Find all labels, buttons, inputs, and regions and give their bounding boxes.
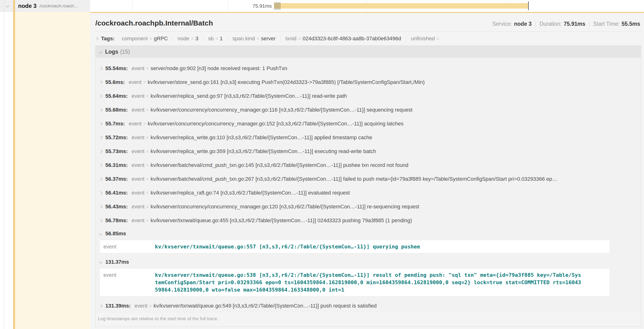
chevron-right-icon — [99, 122, 102, 126]
log-timestamp: 56.41ms: — [105, 190, 128, 196]
tag-equals: = — [257, 36, 260, 42]
gutter-divider — [4, 0, 4, 329]
log-row[interactable]: 55.54ms: event = server/node.go:902 [n3]… — [96, 62, 641, 75]
log-row[interactable]: 55.72ms: event = kv/kvserver/replica_wri… — [96, 131, 641, 144]
log-timestamp: 55.68ms: — [105, 107, 128, 113]
span-row-label[interactable]: node 3 /cockroach.roach… — [18, 0, 78, 12]
chevron-right-icon — [99, 205, 102, 208]
log-field-value: kv/kvserver/txnwait/queue.go:455 [n3,s3,… — [151, 218, 412, 224]
tag-key: sb — [208, 36, 214, 42]
logs-count: (15) — [120, 49, 130, 55]
logs-title: Logs — [105, 49, 118, 55]
log-row[interactable]: 55.68ms: event = kv/kvserver/concurrency… — [96, 103, 641, 117]
logs-section: Logs (15) 55.54ms: event = server/node.g… — [95, 46, 641, 327]
log-equals: = — [146, 190, 149, 196]
log-row[interactable]: 56.37ms: event = kv/kvserver/batcheval/c… — [96, 172, 641, 186]
log-marker-tick — [279, 2, 279, 10]
span-meta: Service: node 3 Duration: 75.91ms Start … — [492, 21, 640, 27]
tag-value: 3 — [196, 36, 198, 42]
logs-header[interactable]: Logs (15) — [96, 46, 641, 58]
log-equals: = — [143, 121, 146, 126]
tag-value: gRPC — [154, 36, 168, 42]
log-field-value: kv/kvserver/concurrency/concurrency_mana… — [151, 204, 419, 210]
log-field-value: kv/kvserver/txnwait/queue.go:549 [n3,s3,… — [154, 303, 376, 309]
start-time-value: 55.5ms — [622, 21, 640, 27]
log-equals: = — [146, 107, 149, 113]
span-service-name: node 3 — [18, 2, 36, 9]
tag-equals: = — [215, 36, 218, 42]
log-field-key: event — [134, 303, 147, 309]
log-marker-tick — [274, 2, 274, 10]
log-fields-table: event kv/kvserver/txnwait/queue.go:538 [… — [100, 268, 610, 296]
log-timestamp: 55.6ms: — [105, 79, 125, 85]
meta-separator — [536, 21, 536, 27]
log-equals: = — [146, 135, 149, 140]
log-timestamp: 55.7ms: — [105, 121, 125, 127]
log-row[interactable]: 131.39ms: event = kv/kvserver/txnwait/qu… — [96, 299, 641, 313]
selected-span-highlight-column — [15, 12, 90, 329]
log-field-key: event — [129, 121, 142, 127]
log-field-value: kv/kvserver/batcheval/cmd_push_txn.go:14… — [151, 162, 408, 168]
log-field-key: event — [132, 204, 144, 210]
chevron-down-icon — [99, 260, 102, 264]
log-field-key: event — [132, 107, 144, 113]
log-row[interactable]: 55.6ms: event = kv/kvserver/store_send.g… — [96, 75, 641, 89]
log-equals: = — [143, 80, 146, 85]
log-field-value: kv/kvserver/replica_raft.go:74 [n3,s3,r6… — [151, 190, 350, 196]
span-duration-bar[interactable] — [274, 3, 528, 8]
tag-key: span.kind — [232, 36, 255, 42]
tag-item: unfinished = — [406, 36, 446, 42]
log-field-value: kv/kvserver/txnwait/queue.go:538 [n3,s3,… — [155, 271, 584, 294]
log-field-key: event — [132, 190, 144, 196]
log-row-expanded-header[interactable]: 56.85ms — [96, 228, 641, 240]
log-field-key: event — [100, 243, 155, 250]
chevron-right-icon — [99, 67, 102, 70]
chevron-right-icon — [99, 108, 102, 112]
chevron-right-icon — [99, 191, 102, 194]
timeline-gridline — [132, 0, 132, 12]
log-row[interactable]: 56.41ms: event = kv/kvserver/replica_raf… — [96, 186, 641, 200]
log-marker-tick — [277, 2, 278, 10]
log-timestamp: 55.64ms: — [105, 93, 128, 99]
log-equals: = — [146, 204, 149, 210]
log-equals: = — [146, 149, 149, 154]
start-time-label: Start Time: — [593, 21, 620, 27]
log-row-expanded-header[interactable]: 131.37ms — [96, 256, 641, 268]
log-field-value: kv/kvserver/replica_send.go:97 [n3,s3,r6… — [151, 93, 347, 99]
log-row[interactable]: 56.43ms: event = kv/kvserver/concurrency… — [96, 200, 641, 214]
tag-equals: = — [150, 36, 152, 42]
tag-item: txnid = 024d3323-6c8f-4863-aa8b-37ab0e63… — [280, 36, 406, 42]
log-row-expanded: 131.37ms event kv/kvserver/txnwait/queue… — [96, 256, 641, 296]
tag-item: span.kind = server — [228, 36, 280, 42]
log-field-key: event — [132, 134, 144, 141]
log-field-value: kv/kvserver/replica_write.go:110 [n3,s3,… — [151, 134, 372, 141]
log-row[interactable]: 56.78ms: event = kv/kvserver/txnwait/que… — [96, 214, 641, 228]
tags-row[interactable]: Tags: component = gRPC node = 3 sb = 1 s… — [90, 32, 644, 45]
meta-separator — [589, 21, 590, 27]
log-row[interactable]: 55.7ms: event = kv/kvserver/concurrency/… — [96, 117, 641, 131]
log-field-key: event — [132, 218, 144, 224]
tag-key: unfinished — [411, 36, 435, 42]
log-row[interactable]: 55.73ms: event = kv/kvserver/replica_wri… — [96, 144, 641, 158]
log-field-key: event — [132, 148, 144, 154]
log-row[interactable]: 56.31ms: event = kv/kvserver/batcheval/c… — [96, 158, 641, 172]
log-field-value: server/node.go:902 [n3] node received re… — [151, 65, 288, 72]
log-equals: = — [146, 162, 149, 168]
service-value: node 3 — [514, 21, 532, 27]
tag-equals: = — [298, 36, 301, 42]
log-timestamp: 55.72ms: — [105, 134, 128, 141]
tag-equals: = — [436, 36, 439, 42]
log-field-value: kv/kvserver/concurrency/concurrency_mana… — [148, 121, 403, 127]
chevron-down-icon — [99, 232, 102, 235]
log-row-expanded: 56.85ms event kv/kvserver/txnwait/queue.… — [96, 228, 641, 254]
span-detail-panel: /cockroach.roachpb.Internal/Batch Servic… — [90, 12, 644, 329]
log-field-value: kv/kvserver/batcheval/cmd_push_txn.go:26… — [151, 176, 558, 182]
log-field-key: event — [132, 162, 144, 168]
timeline-gridline — [228, 0, 228, 12]
log-row[interactable]: 55.64ms: event = kv/kvserver/replica_sen… — [96, 89, 641, 103]
log-field-key: event — [132, 65, 144, 72]
log-field-value: kv/kvserver/replica_write.go:359 [n3,s3,… — [151, 148, 376, 154]
log-timestamp: 56.85ms — [105, 230, 126, 237]
log-timestamp: 56.37ms: — [105, 176, 128, 182]
log-field-key: event — [132, 176, 144, 182]
